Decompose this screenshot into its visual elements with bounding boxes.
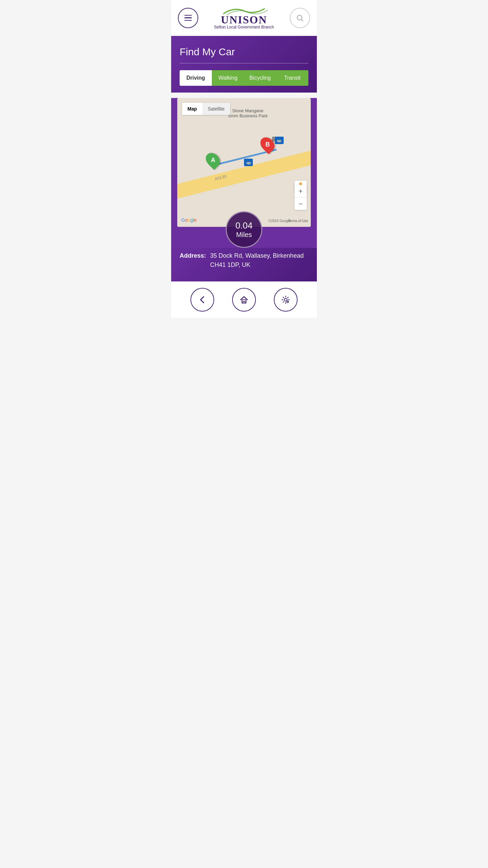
- bus-stop-icon-2: 🚌: [244, 159, 253, 166]
- distance-badge: 0.04 Miles: [226, 211, 262, 248]
- logo-subtitle: Sefton Local Government Branch: [214, 25, 274, 29]
- banner: Find My Car Driving Walking Bicycling Tr…: [171, 36, 317, 93]
- map-section: A5139 Stone Mangane Smm Business Park A …: [171, 98, 317, 227]
- hamburger-icon: [184, 15, 192, 21]
- svg-rect-4: [243, 301, 245, 303]
- svg-point-5: [284, 298, 287, 301]
- back-icon: [198, 295, 207, 304]
- map-background: A5139 Stone Mangane Smm Business Park A …: [177, 98, 311, 227]
- road: [177, 145, 311, 204]
- divider: [180, 63, 308, 63]
- map-container[interactable]: A5139 Stone Mangane Smm Business Park A …: [177, 98, 311, 227]
- distance-section: 0.04 Miles: [171, 211, 317, 248]
- tab-driving[interactable]: Driving: [180, 70, 212, 86]
- area-label: Stone Mangane Smm Business Park: [228, 108, 268, 118]
- svg-point-2: [299, 182, 302, 185]
- tab-transit[interactable]: Transit: [276, 70, 308, 86]
- zoom-controls: + −: [294, 185, 307, 210]
- bus-stop-icon-1: 🚌: [275, 137, 284, 144]
- settings-button[interactable]: [274, 288, 298, 312]
- search-icon: [296, 14, 304, 22]
- map-satellite-toggle: Map Satellite: [182, 103, 230, 115]
- tab-walking[interactable]: Walking: [212, 70, 244, 86]
- map-toggle-satellite[interactable]: Satellite: [202, 103, 230, 115]
- home-button[interactable]: [232, 288, 256, 312]
- address-section: Address: 35 Dock Rd, Wallasey, Birkenhea…: [171, 248, 317, 281]
- settings-icon: [281, 295, 290, 304]
- home-icon: [240, 295, 248, 304]
- address-value: 35 Dock Rd, Wallasey, Birkenhead CH41 1D…: [210, 251, 308, 270]
- back-button[interactable]: [190, 288, 214, 312]
- logo: UNISON Sefton Local Government Branch: [214, 6, 274, 29]
- zoom-in-button[interactable]: +: [294, 185, 307, 197]
- logo-text: UNISON: [221, 14, 267, 26]
- distance-unit: Miles: [236, 231, 252, 239]
- mode-tabs: Driving Walking Bicycling Transit: [180, 70, 308, 86]
- tab-bicycling[interactable]: Bicycling: [244, 70, 276, 86]
- marker-a: A: [207, 152, 219, 168]
- marker-b: B: [261, 137, 273, 152]
- svg-line-1: [302, 19, 303, 21]
- search-button[interactable]: [290, 8, 310, 28]
- distance-value: 0.04: [236, 220, 253, 231]
- map-toggle-map[interactable]: Map: [182, 103, 202, 115]
- header: UNISON Sefton Local Government Branch: [171, 0, 317, 36]
- zoom-out-button[interactable]: −: [294, 198, 307, 210]
- address-label: Address:: [180, 251, 206, 259]
- distance-badge-wrapper: 0.04 Miles: [177, 211, 311, 248]
- footer-nav: [171, 281, 317, 318]
- menu-button[interactable]: [178, 8, 198, 28]
- svg-point-7: [287, 301, 288, 302]
- page-title: Find My Car: [180, 46, 308, 58]
